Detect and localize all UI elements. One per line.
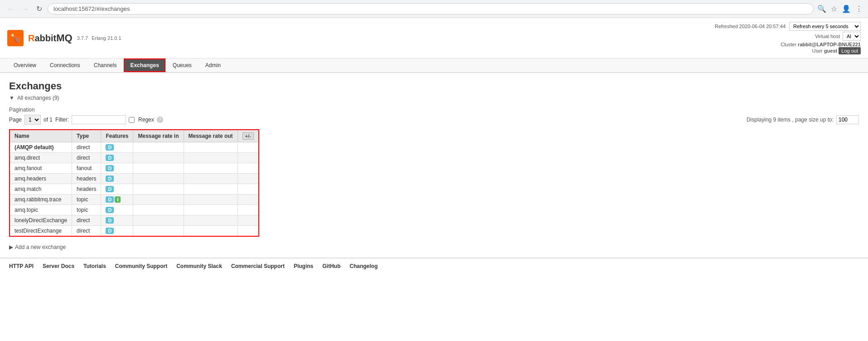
- feature-badge-d: D: [106, 228, 114, 234]
- col-header-rate-out: Message rate out: [184, 130, 238, 142]
- cell-name[interactable]: amq.headers: [10, 174, 72, 184]
- version-info: 3.7.7 Erlang 21.0.1: [77, 35, 121, 41]
- table-row[interactable]: testDirectExchangedirectD: [10, 226, 259, 237]
- cell-name[interactable]: lonelyDirectExchange: [10, 215, 72, 226]
- page-size-input[interactable]: [836, 115, 859, 124]
- toggle-arrow[interactable]: ▼: [9, 95, 15, 101]
- cell-name[interactable]: amq.fanout: [10, 163, 72, 174]
- footer-link-plugins[interactable]: Plugins: [294, 263, 313, 269]
- table-row[interactable]: lonelyDirectExchangedirectD: [10, 215, 259, 226]
- cell-name[interactable]: testDirectExchange: [10, 226, 72, 237]
- footer-link-commercial-support[interactable]: Commercial Support: [231, 263, 285, 269]
- refreshed-label: Refreshed 2020-06-04 20:57:44: [715, 24, 786, 29]
- menu-icon[interactable]: ⋮: [855, 5, 863, 13]
- bookmark-icon[interactable]: ☆: [831, 5, 837, 13]
- page-label: Page: [9, 117, 22, 123]
- cell-features: D: [101, 174, 133, 184]
- feature-badge-d: D: [106, 175, 114, 182]
- footer-link-community-slack[interactable]: Community Slack: [176, 263, 222, 269]
- cell-rate-in: [133, 184, 184, 195]
- pagination-section: Pagination Page 1 of 1 Filter: Regex ? D…: [9, 107, 859, 125]
- add-exchange-section[interactable]: ▶ Add a new exchange: [9, 244, 859, 250]
- regex-checkbox[interactable]: [129, 117, 135, 123]
- pagination-controls: Page 1 of 1 Filter: Regex ? Displaying 9…: [9, 115, 859, 125]
- table-row[interactable]: amq.rabbitmq.tracetopicDI: [10, 195, 259, 205]
- col-header-plusminus[interactable]: +/-: [238, 130, 259, 142]
- regex-label: Regex: [138, 117, 154, 123]
- refresh-select[interactable]: Refresh every 5 seconds Refresh every 10…: [789, 22, 861, 31]
- col-header-features: Features: [101, 130, 133, 142]
- account-icon[interactable]: 👤: [842, 5, 851, 13]
- cluster-value: rabbit@LAPTOP-BNUE221: [798, 42, 861, 47]
- cell-name[interactable]: amq.direct: [10, 153, 72, 163]
- pagination-left: Page 1 of 1 Filter: Regex ?: [9, 115, 163, 125]
- table-header-row: Name Type Features Message rate in Messa…: [10, 130, 259, 142]
- header-right-top: Refreshed 2020-06-04 20:57:44 Refresh ev…: [715, 22, 861, 31]
- logo-text-rest: abbit: [34, 33, 56, 43]
- cell-rate-out: [184, 174, 238, 184]
- feature-badge-d: D: [106, 155, 114, 161]
- cell-type: direct: [72, 226, 101, 237]
- cell-type: direct: [72, 215, 101, 226]
- cell-rate-out: [184, 226, 238, 237]
- vhost-select[interactable]: All /: [843, 32, 861, 41]
- feature-badge-d: D: [106, 217, 114, 224]
- reload-button[interactable]: ↻: [34, 4, 44, 14]
- cell-features: D: [101, 226, 133, 237]
- footer-link-tutorials[interactable]: Tutorials: [83, 263, 106, 269]
- footer-link-http-api[interactable]: HTTP API: [9, 263, 34, 269]
- cell-action: [238, 174, 259, 184]
- table-row[interactable]: amq.directdirectD: [10, 153, 259, 163]
- footer-link-github[interactable]: GitHub: [322, 263, 340, 269]
- footer-link-server-docs[interactable]: Server Docs: [43, 263, 74, 269]
- url-bar[interactable]: localhost:15672/#/exchanges: [48, 3, 814, 15]
- cell-name[interactable]: amq.match: [10, 184, 72, 195]
- logo-mq: MQ: [56, 32, 72, 44]
- main-content: Exchanges ▼ All exchanges (9) Pagination…: [0, 73, 868, 258]
- col-header-name: Name: [10, 130, 72, 142]
- nav-item-channels[interactable]: Channels: [87, 58, 123, 72]
- feature-badge-d: D: [106, 196, 114, 203]
- add-exchange-label: Add a new exchange: [15, 244, 66, 250]
- cell-type: direct: [72, 153, 101, 163]
- cell-rate-out: [184, 163, 238, 174]
- plus-minus-button[interactable]: +/-: [242, 132, 254, 140]
- cell-name[interactable]: (AMQP default): [10, 142, 72, 153]
- cell-rate-in: [133, 153, 184, 163]
- cell-rate-in: [133, 215, 184, 226]
- cell-features: D: [101, 184, 133, 195]
- logout-button[interactable]: Log out: [839, 47, 861, 54]
- footer-link-changelog[interactable]: Changelog: [349, 263, 378, 269]
- cell-type: headers: [72, 184, 101, 195]
- table-row[interactable]: (AMQP default)directD: [10, 142, 259, 153]
- table-row[interactable]: amq.headersheadersD: [10, 174, 259, 184]
- cell-type: headers: [72, 174, 101, 184]
- footer-link-community-support[interactable]: Community Support: [115, 263, 167, 269]
- cell-features: D: [101, 215, 133, 226]
- cell-action: [238, 195, 259, 205]
- regex-help-icon[interactable]: ?: [157, 117, 163, 123]
- cell-action: [238, 215, 259, 226]
- pagination-label: Pagination: [9, 107, 859, 113]
- nav-bar: Overview Connections Channels Exchanges …: [0, 58, 868, 73]
- search-icon[interactable]: 🔍: [817, 5, 826, 13]
- filter-input[interactable]: [72, 115, 126, 124]
- nav-item-queues[interactable]: Queues: [166, 58, 198, 72]
- user-label: User: [812, 48, 823, 54]
- cell-rate-out: [184, 184, 238, 195]
- nav-item-admin[interactable]: Admin: [199, 58, 227, 72]
- back-button[interactable]: ←: [5, 4, 16, 14]
- table-row[interactable]: amq.matchheadersD: [10, 184, 259, 195]
- table-row[interactable]: amq.fanoutfanoutD: [10, 163, 259, 174]
- cell-features: D: [101, 153, 133, 163]
- cell-name[interactable]: amq.topic: [10, 205, 72, 215]
- nav-item-connections[interactable]: Connections: [44, 58, 87, 72]
- forward-button[interactable]: →: [20, 4, 31, 14]
- page-select[interactable]: 1: [24, 115, 41, 125]
- cell-action: [238, 184, 259, 195]
- cell-name[interactable]: amq.rabbitmq.trace: [10, 195, 72, 205]
- nav-item-exchanges[interactable]: Exchanges: [124, 58, 165, 72]
- user-row: User guest Log out: [715, 47, 861, 54]
- nav-item-overview[interactable]: Overview: [7, 58, 43, 72]
- table-row[interactable]: amq.topictopicD: [10, 205, 259, 215]
